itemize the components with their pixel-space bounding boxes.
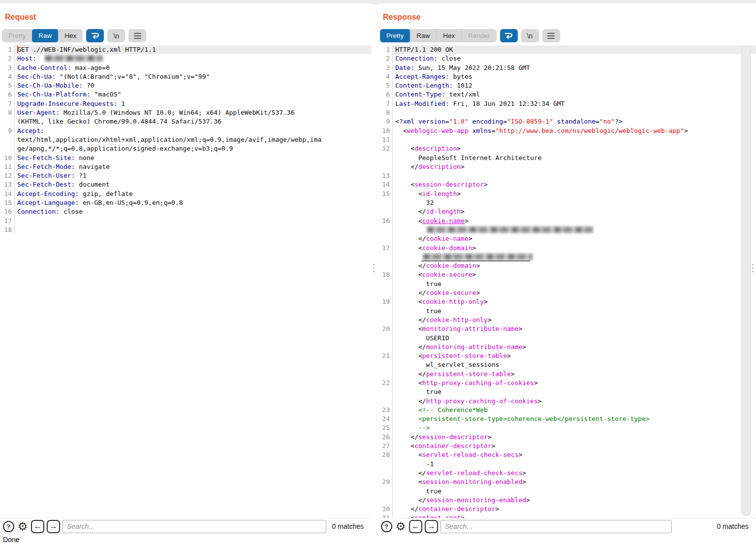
code-line[interactable]: 26 </session-descriptor>	[378, 433, 756, 442]
code-line[interactable]: 1HTTP/1.1 200 OK	[378, 45, 756, 54]
code-line[interactable]: 14 <session-descriptor>	[378, 180, 756, 189]
code-line[interactable]: text/html,application/xhtml+xml,applicat…	[0, 135, 371, 144]
code-line[interactable]: 5Sec-Ch-Ua-Mobile: ?0	[0, 81, 371, 90]
code-line[interactable]: </cookie-http-only>	[378, 316, 756, 324]
code-line[interactable]: 23 <!-- Coherence*Web	[378, 406, 756, 415]
show-newlines-button[interactable]: \n	[521, 29, 539, 42]
code-line[interactable]: 11Sec-Fetch-Mode: navigate	[0, 162, 371, 171]
window-edge-handle[interactable]	[752, 264, 754, 272]
code-line[interactable]	[378, 225, 756, 234]
code-line[interactable]: 16 <cookie-name>	[378, 217, 756, 225]
code-line[interactable]: 12 <description>	[378, 144, 756, 153]
code-line[interactable]: ge/apng,*/*;q=0.8,application/signed-exc…	[0, 144, 371, 153]
code-line[interactable]: 19 <cookie-http-only>	[378, 297, 756, 306]
code-line[interactable]: </servlet-reload-check-secs>	[378, 469, 756, 478]
code-line[interactable]: 31 <context-root>	[378, 514, 756, 518]
code-line[interactable]: 32	[378, 198, 756, 207]
code-line[interactable]: 18	[0, 225, 371, 234]
code-line[interactable]: </id-length>	[378, 207, 756, 216]
code-line[interactable]: 15Accept-Language: en-GB,en-US;q=0.9,en;…	[0, 198, 371, 207]
code-line[interactable]: 7Upgrade-Insecure-Requests: 1	[0, 99, 371, 108]
code-line[interactable]: 3Date: Sun, 15 May 2022 20:21:58 GMT	[378, 64, 756, 72]
code-line[interactable]: </session-monitoring-enabled>	[378, 496, 756, 505]
code-line[interactable]: 9Accept:	[0, 127, 371, 135]
code-line[interactable]: 29 <session-monitoring-enabled>	[378, 478, 756, 486]
search-prev-button[interactable]: ←	[409, 520, 422, 533]
search-settings-button[interactable]: ⚙	[395, 520, 407, 532]
code-line[interactable]: 6Sec-Ch-Ua-Platform: "macOS"	[0, 90, 371, 99]
code-line[interactable]: 8	[378, 108, 756, 117]
code-line[interactable]: 3Cache-Control: max-age=0	[0, 64, 371, 72]
code-line[interactable]: </cookie-domain>	[378, 261, 756, 270]
code-line[interactable]: 7Last-Modified: Fri, 18 Jun 2021 12:32:3…	[378, 99, 756, 108]
code-line[interactable]: true	[378, 387, 756, 396]
tab-hex[interactable]: Hex	[436, 29, 461, 42]
code-line[interactable]: </persistent-store-table>	[378, 370, 756, 379]
code-line[interactable]: 15 <id-length>	[378, 190, 756, 198]
tab-hex[interactable]: Hex	[58, 29, 83, 42]
response-scrollbar[interactable]	[741, 46, 751, 516]
code-line[interactable]: 4Sec-Ch-Ua: "(Not(A:Brand";v="8", "Chrom…	[0, 72, 371, 81]
search-help-button[interactable]: ?	[380, 520, 392, 532]
response-menu-button[interactable]	[542, 29, 560, 42]
request-search-input[interactable]	[63, 520, 326, 533]
tab-raw[interactable]: Raw	[410, 29, 436, 42]
code-line[interactable]: </http-proxy-caching-of-cookies>	[378, 397, 756, 406]
code-line[interactable]: </description>	[378, 162, 756, 171]
code-line[interactable]: 2Connection: close	[378, 54, 756, 63]
code-line[interactable]: 11	[378, 135, 756, 144]
search-help-button[interactable]: ?	[2, 520, 14, 532]
code-line[interactable]: </cookie-name>	[378, 234, 756, 243]
code-line[interactable]: 6Content-Type: text/xml	[378, 90, 756, 99]
code-line[interactable]: 21 <persistent-store-table>	[378, 352, 756, 360]
code-line[interactable]: 22 <http-proxy-caching-of-cookies>	[378, 379, 756, 387]
response-search-input[interactable]	[441, 520, 672, 533]
wrap-lines-button[interactable]	[500, 29, 518, 42]
search-settings-button[interactable]: ⚙	[17, 520, 29, 532]
code-line[interactable]: 2Host:	[0, 54, 371, 63]
search-next-button[interactable]: →	[425, 520, 438, 533]
code-line[interactable]: 8User-Agent: Mozilla/5.0 (Windows NT 10.…	[0, 108, 371, 117]
code-line[interactable]: 9<?xml version="1.0" encoding="ISO-8859-…	[378, 117, 756, 126]
code-line[interactable]: 16Connection: close	[0, 207, 371, 216]
code-line[interactable]: 18 <cookie-secure>	[378, 270, 756, 279]
code-line[interactable]: 24 <persistent-store-type>coherence-web<…	[378, 415, 756, 423]
code-line[interactable]: 27 <container-descriptor>	[378, 442, 756, 450]
code-line[interactable]: </cookie-secure>	[378, 289, 756, 297]
code-line[interactable]: 12Sec-Fetch-User: ?1	[0, 171, 371, 180]
code-line[interactable]: 28 <servlet-reload-check-secs>	[378, 450, 756, 459]
code-line[interactable]: 10 <weblogic-web-app xmlns="http://www.b…	[378, 127, 756, 135]
code-line[interactable]: 1GET .//WEB-INF/weblogic.xml HTTP/1.1	[0, 45, 371, 54]
code-line[interactable]: </monitoring-attribute-name>	[378, 343, 756, 352]
response-editor[interactable]: 1HTTP/1.1 200 OK2Connection: close3Date:…	[378, 45, 756, 518]
tab-raw[interactable]: Raw	[32, 29, 58, 42]
code-line[interactable]: true	[378, 487, 756, 496]
code-line[interactable]: USERID	[378, 334, 756, 343]
code-line[interactable]: 4Accept-Ranges: bytes	[378, 72, 756, 81]
tab-pretty[interactable]: Pretty	[2, 29, 32, 42]
code-line[interactable]: 5Content-Length: 1012	[378, 81, 756, 90]
request-editor[interactable]: 1GET .//WEB-INF/weblogic.xml HTTP/1.12Ho…	[0, 45, 371, 518]
code-line[interactable]	[378, 253, 756, 261]
code-line[interactable]: 17 <cookie-domain>	[378, 244, 756, 253]
search-next-button[interactable]: →	[47, 520, 60, 533]
tab-render[interactable]: Render	[461, 29, 496, 42]
code-line[interactable]: 25 -->	[378, 423, 756, 432]
code-line[interactable]: 20 <monitoring-attribute-name>	[378, 324, 756, 333]
code-line[interactable]: true	[378, 280, 756, 289]
code-line[interactable]: 14Accept-Encoding: gzip, deflate	[0, 190, 371, 198]
panel-divider-handle[interactable]	[373, 264, 375, 272]
search-prev-button[interactable]: ←	[31, 520, 44, 533]
wrap-lines-button[interactable]	[86, 29, 104, 42]
request-menu-button[interactable]	[128, 29, 146, 42]
code-line[interactable]: 30 </container-descriptor>	[378, 505, 756, 514]
code-line[interactable]: (KHTML, like Gecko) Chrome/99.0.4844.74 …	[0, 117, 371, 126]
code-line[interactable]: -1	[378, 460, 756, 469]
tab-pretty[interactable]: Pretty	[380, 29, 410, 42]
code-line[interactable]: PeopleSoft Internet Architecture	[378, 154, 756, 162]
code-line[interactable]: 10Sec-Fetch-Site: none	[0, 154, 371, 162]
show-newlines-button[interactable]: \n	[107, 29, 125, 42]
code-line[interactable]: 13Sec-Fetch-Dest: document	[0, 180, 371, 189]
code-line[interactable]: 17	[0, 217, 371, 225]
code-line[interactable]: wl_servlet_sessions	[378, 360, 756, 369]
